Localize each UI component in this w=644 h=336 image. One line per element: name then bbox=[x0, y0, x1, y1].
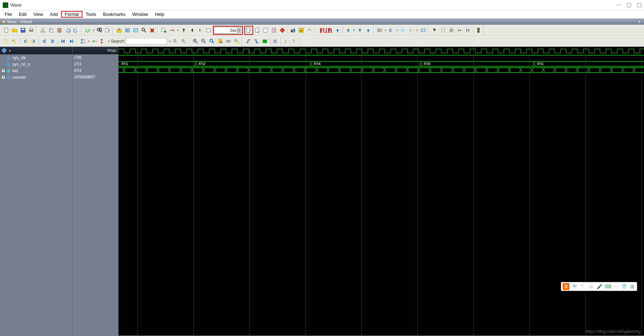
edge-rise-button[interactable] bbox=[245, 37, 252, 45]
dropdown-arrow-icon[interactable]: ▼ bbox=[416, 29, 419, 32]
waveform-canvas[interactable]: 4'h14'h24'h44'h84'h1 bbox=[118, 47, 644, 335]
ime-punct-button[interactable]: °, bbox=[580, 284, 586, 289]
signal-row-sys_rst_n[interactable]: sys_rst_n bbox=[0, 61, 72, 67]
zoom-out-button[interactable] bbox=[200, 37, 207, 45]
edge-both-button[interactable] bbox=[261, 37, 269, 45]
new-file-button[interactable] bbox=[3, 26, 10, 34]
measure-button[interactable] bbox=[456, 26, 463, 34]
zoom-region-button[interactable] bbox=[448, 26, 455, 34]
continue-run-button[interactable] bbox=[262, 26, 270, 34]
simulate-button[interactable]: M bbox=[124, 26, 131, 34]
menu-add[interactable]: Add bbox=[46, 11, 61, 18]
step-over-button[interactable] bbox=[168, 26, 176, 34]
format-rise-button[interactable] bbox=[282, 37, 290, 45]
expand-toggle[interactable]: + bbox=[1, 69, 5, 73]
cursor-up-2[interactable] bbox=[334, 26, 341, 34]
step-up-button[interactable] bbox=[180, 26, 188, 34]
copy-button[interactable] bbox=[47, 26, 55, 34]
group-button[interactable] bbox=[99, 37, 107, 45]
run-length-input[interactable] bbox=[214, 27, 237, 34]
select-button[interactable] bbox=[439, 26, 447, 34]
first-button[interactable] bbox=[59, 37, 67, 45]
next-edge-button[interactable] bbox=[30, 37, 37, 45]
ime-skin-button[interactable]: 👕 bbox=[621, 284, 627, 289]
dropdown-arrow-icon[interactable]: ▼ bbox=[384, 29, 387, 32]
search-next-button[interactable] bbox=[180, 37, 188, 45]
ime-voice-button[interactable]: 🎤 bbox=[596, 284, 602, 289]
refresh-button[interactable] bbox=[84, 26, 91, 34]
last-button[interactable] bbox=[68, 37, 75, 45]
cut-button[interactable] bbox=[39, 26, 47, 34]
wave-tool-1[interactable] bbox=[289, 26, 297, 34]
stop-button[interactable] bbox=[270, 26, 278, 34]
ime-emoji-button[interactable]: ☺ bbox=[588, 284, 594, 289]
traffic-light-icon[interactable] bbox=[475, 26, 482, 34]
format-analog-button[interactable] bbox=[272, 37, 279, 45]
expand-toggle[interactable]: + bbox=[1, 75, 5, 79]
search-input[interactable] bbox=[126, 38, 167, 45]
zoom-full-button[interactable] bbox=[208, 37, 216, 45]
ime-keyboard-button[interactable]: ⌨ bbox=[605, 284, 611, 289]
wave-tool-3[interactable] bbox=[306, 26, 313, 34]
print-button[interactable] bbox=[27, 26, 35, 34]
layout-btn-3[interactable] bbox=[399, 26, 407, 34]
collapse-all-button[interactable] bbox=[91, 37, 99, 45]
dropdown-arrow-icon[interactable]: ▼ bbox=[108, 40, 110, 43]
cursor-down-2[interactable] bbox=[356, 26, 364, 34]
prev-button[interactable] bbox=[188, 26, 196, 34]
signal-row-sys_clk[interactable]: sys_clk bbox=[0, 54, 72, 61]
add-cursor-button[interactable]: + bbox=[3, 37, 10, 45]
dropdown-arrow-icon[interactable]: ▼ bbox=[92, 29, 95, 32]
cursor-up-4[interactable] bbox=[364, 26, 372, 34]
find-button[interactable] bbox=[95, 26, 103, 34]
run-all-button[interactable] bbox=[254, 26, 261, 34]
window-maximize-button[interactable] bbox=[627, 3, 631, 7]
step-into-button[interactable] bbox=[160, 26, 168, 34]
zoom-other-button[interactable] bbox=[233, 37, 240, 45]
remove-cursor-button[interactable] bbox=[11, 37, 19, 45]
run-length-spinner[interactable]: ▴▾ bbox=[238, 28, 242, 33]
sogou-logo-icon[interactable]: S bbox=[563, 283, 569, 290]
signal-row-counter[interactable]: +counter bbox=[0, 74, 72, 80]
zoom-cursor-button[interactable] bbox=[216, 37, 224, 45]
menu-window[interactable]: Window bbox=[129, 11, 151, 18]
open-file-button[interactable] bbox=[11, 26, 19, 34]
signal-row-led[interactable]: +led bbox=[0, 67, 72, 74]
zoom-in-button[interactable] bbox=[192, 37, 199, 45]
layout-btn-5[interactable] bbox=[419, 26, 427, 34]
panel-dropdown-icon[interactable]: ▾ bbox=[9, 49, 11, 53]
prev-edge-button[interactable] bbox=[22, 37, 29, 45]
msgs-panel[interactable]: Msgs 1'h01'h14'h124'h000007 bbox=[72, 47, 118, 335]
window-close-button[interactable] bbox=[637, 3, 641, 7]
goto-button[interactable] bbox=[205, 26, 212, 34]
window-minimize-button[interactable] bbox=[617, 5, 621, 5]
break-button[interactable] bbox=[140, 26, 148, 34]
menu-help[interactable]: Help bbox=[151, 11, 168, 18]
undo-button[interactable] bbox=[64, 26, 71, 34]
dropdown-arrow-icon[interactable]: ▼ bbox=[396, 29, 399, 32]
dropdown-arrow-icon[interactable]: ▼ bbox=[353, 29, 355, 32]
pointer-button[interactable] bbox=[431, 26, 439, 34]
break-sim-button[interactable] bbox=[279, 26, 286, 34]
run-button[interactable] bbox=[245, 26, 252, 34]
layout-btn-2[interactable] bbox=[388, 26, 395, 34]
ime-lang-button[interactable]: 中 bbox=[572, 283, 578, 290]
search-dropdown-icon[interactable]: ▼ bbox=[168, 40, 171, 43]
dropdown-arrow-icon[interactable]: ▼ bbox=[88, 40, 90, 43]
ime-more-button[interactable]: ⋯ bbox=[613, 284, 619, 289]
menu-bookmarks[interactable]: Bookmarks bbox=[100, 11, 129, 18]
layout-btn-1[interactable] bbox=[376, 26, 384, 34]
delete-button[interactable] bbox=[148, 26, 156, 34]
menu-file[interactable]: File bbox=[1, 11, 15, 18]
ime-toolbar[interactable]: S 中 °, ☺ 🎤 ⌨ ⋯ 👕 ⊞ bbox=[561, 282, 637, 291]
paste-button[interactable] bbox=[56, 26, 63, 34]
layout-btn-4[interactable] bbox=[408, 26, 415, 34]
next-transition-button[interactable] bbox=[49, 37, 56, 45]
edge-fall-button[interactable] bbox=[253, 37, 260, 45]
next-button[interactable] bbox=[196, 26, 204, 34]
signal-names-panel[interactable]: ▾ sys_clksys_rst_n+led+counter bbox=[0, 47, 72, 335]
ime-grid-button[interactable]: ⊞ bbox=[629, 284, 635, 289]
menu-format[interactable]: Format bbox=[61, 11, 82, 18]
cursor-up-3[interactable] bbox=[344, 26, 352, 34]
redo-button[interactable] bbox=[72, 26, 80, 34]
